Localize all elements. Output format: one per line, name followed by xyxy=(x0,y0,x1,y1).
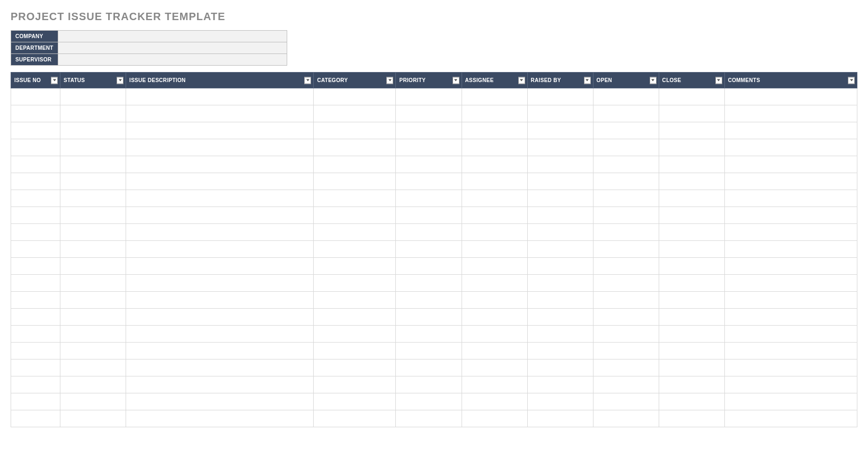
cell-close[interactable] xyxy=(659,360,724,376)
cell-open[interactable] xyxy=(593,360,659,376)
cell-description[interactable] xyxy=(126,376,314,393)
cell-raised-by[interactable] xyxy=(527,292,593,309)
cell-status[interactable] xyxy=(60,207,126,224)
cell-issue-no[interactable] xyxy=(11,410,60,427)
cell-comments[interactable] xyxy=(724,224,857,241)
cell-raised-by[interactable] xyxy=(527,173,593,190)
cell-open[interactable] xyxy=(593,173,659,190)
cell-category[interactable] xyxy=(314,139,396,156)
cell-description[interactable] xyxy=(126,309,314,326)
cell-assignee[interactable] xyxy=(462,224,527,241)
cell-category[interactable] xyxy=(314,326,396,343)
cell-priority[interactable] xyxy=(396,343,462,360)
cell-raised-by[interactable] xyxy=(527,275,593,292)
cell-assignee[interactable] xyxy=(462,393,527,410)
cell-status[interactable] xyxy=(60,393,126,410)
cell-priority[interactable] xyxy=(396,139,462,156)
cell-description[interactable] xyxy=(126,241,314,258)
cell-issue-no[interactable] xyxy=(11,190,60,207)
cell-raised-by[interactable] xyxy=(527,258,593,275)
cell-raised-by[interactable] xyxy=(527,393,593,410)
cell-open[interactable] xyxy=(593,326,659,343)
cell-description[interactable] xyxy=(126,292,314,309)
cell-category[interactable] xyxy=(314,156,396,173)
filter-dropdown-icon[interactable] xyxy=(51,77,58,84)
cell-open[interactable] xyxy=(593,105,659,122)
cell-comments[interactable] xyxy=(724,393,857,410)
cell-raised-by[interactable] xyxy=(527,326,593,343)
cell-priority[interactable] xyxy=(396,292,462,309)
cell-category[interactable] xyxy=(314,207,396,224)
cell-status[interactable] xyxy=(60,275,126,292)
filter-dropdown-icon[interactable] xyxy=(584,77,591,84)
cell-close[interactable] xyxy=(659,241,724,258)
cell-close[interactable] xyxy=(659,393,724,410)
cell-comments[interactable] xyxy=(724,156,857,173)
cell-open[interactable] xyxy=(593,207,659,224)
cell-description[interactable] xyxy=(126,275,314,292)
cell-description[interactable] xyxy=(126,105,314,122)
cell-priority[interactable] xyxy=(396,190,462,207)
cell-description[interactable] xyxy=(126,173,314,190)
cell-issue-no[interactable] xyxy=(11,275,60,292)
cell-close[interactable] xyxy=(659,156,724,173)
cell-issue-no[interactable] xyxy=(11,376,60,393)
cell-category[interactable] xyxy=(314,275,396,292)
cell-raised-by[interactable] xyxy=(527,224,593,241)
cell-issue-no[interactable] xyxy=(11,326,60,343)
cell-comments[interactable] xyxy=(724,88,857,105)
cell-priority[interactable] xyxy=(396,173,462,190)
cell-assignee[interactable] xyxy=(462,326,527,343)
filter-dropdown-icon[interactable] xyxy=(518,77,525,84)
cell-raised-by[interactable] xyxy=(527,139,593,156)
cell-comments[interactable] xyxy=(724,292,857,309)
cell-open[interactable] xyxy=(593,376,659,393)
cell-assignee[interactable] xyxy=(462,410,527,427)
cell-status[interactable] xyxy=(60,139,126,156)
filter-dropdown-icon[interactable] xyxy=(304,77,311,84)
cell-open[interactable] xyxy=(593,343,659,360)
cell-status[interactable] xyxy=(60,376,126,393)
cell-category[interactable] xyxy=(314,258,396,275)
cell-assignee[interactable] xyxy=(462,275,527,292)
cell-priority[interactable] xyxy=(396,122,462,139)
filter-dropdown-icon[interactable] xyxy=(453,77,459,84)
cell-close[interactable] xyxy=(659,105,724,122)
cell-assignee[interactable] xyxy=(462,173,527,190)
cell-category[interactable] xyxy=(314,122,396,139)
cell-raised-by[interactable] xyxy=(527,190,593,207)
cell-comments[interactable] xyxy=(724,410,857,427)
cell-status[interactable] xyxy=(60,343,126,360)
cell-description[interactable] xyxy=(126,207,314,224)
cell-description[interactable] xyxy=(126,156,314,173)
cell-priority[interactable] xyxy=(396,224,462,241)
cell-assignee[interactable] xyxy=(462,156,527,173)
cell-priority[interactable] xyxy=(396,309,462,326)
cell-assignee[interactable] xyxy=(462,292,527,309)
cell-comments[interactable] xyxy=(724,326,857,343)
cell-close[interactable] xyxy=(659,139,724,156)
cell-status[interactable] xyxy=(60,292,126,309)
cell-priority[interactable] xyxy=(396,275,462,292)
cell-priority[interactable] xyxy=(396,241,462,258)
cell-status[interactable] xyxy=(60,88,126,105)
cell-category[interactable] xyxy=(314,241,396,258)
cell-assignee[interactable] xyxy=(462,139,527,156)
cell-raised-by[interactable] xyxy=(527,410,593,427)
cell-close[interactable] xyxy=(659,326,724,343)
cell-open[interactable] xyxy=(593,292,659,309)
filter-dropdown-icon[interactable] xyxy=(386,77,393,84)
cell-close[interactable] xyxy=(659,309,724,326)
cell-description[interactable] xyxy=(126,190,314,207)
cell-raised-by[interactable] xyxy=(527,122,593,139)
cell-category[interactable] xyxy=(314,105,396,122)
cell-priority[interactable] xyxy=(396,326,462,343)
cell-close[interactable] xyxy=(659,173,724,190)
cell-category[interactable] xyxy=(314,292,396,309)
cell-open[interactable] xyxy=(593,275,659,292)
cell-close[interactable] xyxy=(659,343,724,360)
cell-comments[interactable] xyxy=(724,360,857,376)
cell-raised-by[interactable] xyxy=(527,88,593,105)
cell-status[interactable] xyxy=(60,258,126,275)
cell-open[interactable] xyxy=(593,122,659,139)
